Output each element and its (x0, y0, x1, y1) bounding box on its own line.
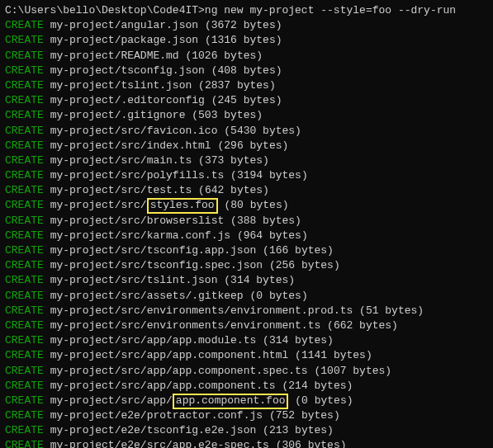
file-size: (51 bytes) (359, 304, 424, 317)
file-size: (306 bytes) (276, 439, 347, 448)
file-path: my-project/src/tslint.json (50, 274, 218, 286)
action-label: CREATE (5, 380, 44, 392)
action-label: CREATE (5, 244, 44, 257)
action-label: CREATE (5, 184, 44, 196)
action-label: CREATE (5, 424, 44, 436)
action-label: CREATE (5, 79, 44, 92)
action-label: CREATE (5, 439, 44, 448)
output-line: CREATE my-project/src/environments/envir… (5, 304, 488, 318)
prompt-path: C:\Users\bello\Desktop\Code4IT> (5, 4, 205, 17)
file-size: (166 bytes) (263, 244, 334, 257)
file-size: (3672 bytes) (205, 19, 282, 31)
highlighted-filename: styles.foo (147, 198, 218, 214)
file-path: my-project/package.json (50, 34, 198, 46)
file-path: my-project/angular.json (50, 19, 198, 31)
action-label: CREATE (5, 409, 44, 422)
highlighted-filename: app.component.foo (173, 394, 289, 409)
file-size: (373 bytes) (198, 154, 269, 167)
file-size: (503 bytes) (192, 109, 263, 121)
file-path: my-project/src/app/app.component.spec.ts (50, 365, 308, 377)
output-line: CREATE my-project/src/browserslist (388 … (5, 214, 488, 229)
file-size: (1026 bytes) (185, 50, 263, 62)
file-path: my-project/README.md (50, 50, 179, 62)
file-path: my-project/.gitignore (50, 109, 186, 121)
action-label: CREATE (5, 394, 44, 407)
file-size: (5430 bytes) (224, 125, 301, 137)
action-label: CREATE (5, 319, 44, 332)
action-label: CREATE (5, 50, 44, 62)
output-line: CREATE my-project/README.md (1026 bytes) (5, 49, 488, 64)
file-size: (1141 bytes) (295, 349, 372, 361)
output-line: CREATE my-project/e2e/src/app.e2e-spec.t… (5, 438, 488, 448)
output-line: CREATE my-project/src/app/app.module.ts … (5, 333, 488, 348)
file-size: (3194 bytes) (230, 169, 308, 182)
file-path: my-project/src/tsconfig.spec.json (50, 259, 263, 271)
file-path: my-project/tsconfig.json (50, 64, 205, 77)
file-path: my-project/tslint.json (50, 79, 192, 92)
action-label: CREATE (5, 139, 44, 152)
file-size: (314 bytes) (263, 334, 334, 347)
output-line: CREATE my-project/src/polyfills.ts (3194… (5, 168, 488, 183)
file-path: my-project/src/app/app.component.ts (50, 380, 276, 392)
action-label: CREATE (5, 154, 44, 167)
prompt-line: C:\Users\bello\Desktop\Code4IT>ng new my… (5, 3, 488, 18)
file-size: (80 bytes) (224, 199, 288, 211)
output-line: CREATE my-project/.editorconfig (245 byt… (5, 93, 488, 108)
file-path: my-project/src/index.html (50, 139, 211, 152)
file-size: (388 bytes) (230, 215, 301, 227)
output-line: CREATE my-project/src/index.html (296 by… (5, 139, 488, 153)
file-path: my-project/.editorconfig (50, 94, 205, 106)
action-label: CREATE (5, 274, 44, 286)
file-size: (214 bytes) (282, 380, 353, 392)
output-line: CREATE my-project/src/app/app.component.… (5, 379, 488, 394)
file-size: (245 bytes) (211, 94, 282, 106)
output-line: CREATE my-project/src/tslint.json (314 b… (5, 273, 488, 288)
action-label: CREATE (5, 290, 44, 302)
file-size: (408 bytes) (211, 64, 282, 77)
output-line: CREATE my-project/tsconfig.json (408 byt… (5, 64, 488, 78)
action-label: CREATE (5, 259, 44, 271)
file-size: (296 bytes) (217, 139, 288, 152)
file-path: my-project/src/assets/.gitkeep (50, 290, 244, 302)
output-line: CREATE my-project/src/main.ts (373 bytes… (5, 153, 488, 168)
file-path: my-project/src/environments/environment.… (50, 304, 353, 317)
output-line: CREATE my-project/src/app/app.component.… (5, 394, 488, 408)
action-label: CREATE (5, 215, 44, 227)
file-size: (2837 bytes) (198, 79, 276, 92)
file-size: (662 bytes) (327, 319, 398, 332)
action-label: CREATE (5, 169, 44, 182)
action-label: CREATE (5, 229, 44, 242)
file-path: my-project/src/karma.conf.js (50, 229, 230, 242)
output-line: CREATE my-project/src/test.ts (642 bytes… (5, 183, 488, 198)
file-size: (1316 bytes) (205, 34, 282, 46)
file-path: my-project/src/test.ts (50, 184, 192, 196)
file-path: my-project/src/app/app.module.ts (50, 334, 257, 347)
file-path: my-project/src/tsconfig.app.json (50, 244, 257, 257)
action-label: CREATE (5, 125, 44, 137)
output-line: CREATE my-project/src/assets/.gitkeep (0… (5, 289, 488, 304)
file-size: (642 bytes) (198, 184, 269, 196)
action-label: CREATE (5, 64, 44, 77)
file-size: (0 bytes) (295, 394, 353, 407)
output-lines: CREATE my-project/angular.json (3672 byt… (5, 18, 488, 448)
output-line: CREATE my-project/e2e/protractor.conf.js… (5, 408, 488, 423)
file-path: my-project/src/main.ts (50, 154, 192, 167)
file-path: my-project/e2e/tsconfig.e2e.json (50, 424, 257, 436)
output-line: CREATE my-project/src/tsconfig.app.json … (5, 243, 488, 258)
action-label: CREATE (5, 365, 44, 377)
output-line: CREATE my-project/tslint.json (2837 byte… (5, 78, 488, 93)
output-line: CREATE my-project/src/karma.conf.js (964… (5, 229, 488, 243)
command-text: ng new my-project --style=foo --dry-run (205, 4, 456, 17)
action-label: CREATE (5, 304, 44, 317)
file-size: (964 bytes) (237, 229, 308, 242)
file-size: (213 bytes) (263, 424, 334, 436)
output-line: CREATE my-project/.gitignore (503 bytes) (5, 108, 488, 123)
file-path: my-project/src/environments/environment.… (50, 319, 321, 332)
file-size: (256 bytes) (269, 259, 340, 271)
file-path: my-project/src/app/ (50, 394, 173, 407)
action-label: CREATE (5, 34, 44, 46)
output-line: CREATE my-project/src/favicon.ico (5430 … (5, 124, 488, 139)
action-label: CREATE (5, 334, 44, 347)
file-path: my-project/src/favicon.ico (50, 125, 218, 137)
output-line: CREATE my-project/src/tsconfig.spec.json… (5, 258, 488, 273)
